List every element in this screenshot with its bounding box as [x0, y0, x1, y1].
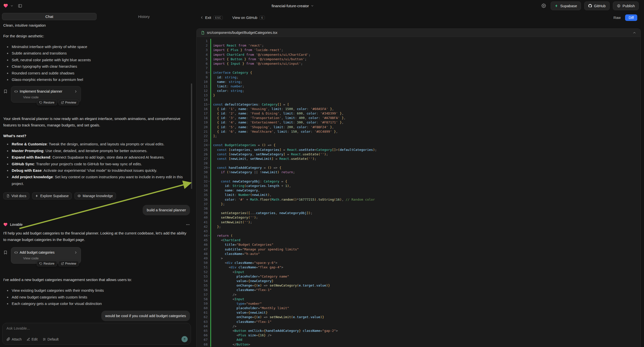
file-header[interactable]: src/components/budget/BudgetCategories.t… — [197, 29, 640, 37]
code-text: id: String(categories.length + 1), — [211, 184, 291, 188]
fold-chevron-icon — [208, 98, 210, 102]
view-code-link[interactable]: View code — [23, 256, 78, 260]
restore-button[interactable]: Restore — [37, 261, 57, 266]
code-text: const defaultCategories: Category[] = [ — [211, 102, 289, 107]
code-icon — [14, 90, 18, 93]
chat-paragraph: I've added a new budget categories manag… — [3, 276, 190, 283]
fold-chevron-icon — [208, 148, 210, 152]
code-line: 55 onChange={(e) => setNewCategory(e.tar… — [197, 283, 640, 288]
fold-chevron-icon — [208, 62, 210, 66]
line-number: 3 — [197, 48, 208, 52]
line-number: 68 — [197, 342, 208, 347]
line-number: 20 — [197, 125, 208, 130]
publish-button[interactable]: Publish — [613, 2, 639, 10]
more-options-icon[interactable] — [186, 222, 190, 227]
code-toolbar-right: Raw Diff — [614, 14, 637, 21]
fold-chevron-icon — [208, 66, 210, 70]
line-number: 9 — [197, 75, 208, 80]
exit-button[interactable]: Exit — [200, 16, 211, 20]
fold-chevron-icon — [208, 107, 210, 111]
attach-button[interactable]: Attach — [6, 337, 22, 341]
github-button[interactable]: GitHub — [584, 2, 610, 10]
code-line: 39 setCategories([...categories, newCate… — [197, 211, 640, 215]
version-card[interactable]: Add budget categoriesView codeRestorePre… — [11, 247, 81, 264]
line-number: 64 — [197, 324, 208, 328]
send-button[interactable] — [182, 336, 188, 342]
code-content[interactable]: 12import React from 'react';3import { Pl… — [197, 37, 640, 347]
view-on-github-button[interactable]: View on GitHub — [232, 16, 257, 20]
chat-scrollbar-thumb[interactable] — [191, 84, 192, 189]
fold-chevron-icon — [208, 238, 210, 242]
code-line: 11 limit: number; — [197, 84, 640, 88]
code-text: <Plus size={16} /> — [211, 333, 272, 338]
esc-keycap: ESC — [213, 16, 223, 20]
bullet-item: View existing budget categories with the… — [3, 287, 190, 294]
code-text: value={newLimit} — [211, 310, 268, 315]
collapse-file-chevron-up-icon[interactable] — [632, 31, 636, 34]
code-text: <div className="flex gap-4"> — [211, 265, 283, 270]
chip-label: Visit docs — [12, 194, 26, 198]
lovable-logo-heart-icon[interactable] — [3, 3, 8, 8]
bullet-item: Rounded corners and subtle shadows — [3, 70, 190, 76]
view-code-link[interactable]: View code — [23, 95, 78, 99]
version-card-actions: RestorePreview — [37, 100, 79, 105]
code-text: <Input — [211, 297, 244, 302]
user-message-row: would be cool if you could add budget ca… — [3, 311, 190, 321]
code-line: 4import ChartCard from '@/components/ui/… — [197, 52, 640, 57]
tab-chat[interactable]: Chat — [2, 13, 96, 20]
restore-button[interactable]: Restore — [37, 100, 57, 105]
preview-button[interactable]: Preview — [58, 261, 79, 266]
fold-chevron-icon — [208, 170, 210, 174]
edit-label: Edit — [32, 337, 38, 341]
code-line: 52 <Input — [197, 270, 640, 274]
fold-chevron-icon — [208, 224, 210, 229]
project-switcher[interactable]: financial-future-creator — [272, 0, 314, 12]
edit-button[interactable]: Edit — [27, 337, 38, 341]
chip-label: Explore Supabase — [40, 194, 69, 198]
explore-supabase-button[interactable]: Explore Supabase — [32, 192, 72, 200]
bullet-item: Refine & Customize: Tweak the design, an… — [3, 141, 190, 147]
line-number: 4 — [197, 52, 208, 57]
code-line: 24▾const BudgetCategories = () => { — [197, 143, 640, 147]
toggle-sidebar-icon[interactable] — [18, 4, 22, 8]
preview-button[interactable]: Preview — [58, 100, 79, 105]
raw-button[interactable]: Raw — [614, 16, 620, 20]
code-text: limit: Number(newLimit), — [211, 193, 272, 197]
fold-chevron-icon: ▾ — [208, 143, 210, 147]
code-line: 8▾interface Category { — [197, 70, 640, 75]
bullet-lead: Debug with Ease — [12, 168, 42, 172]
visit-docs-button[interactable]: Visit docs — [3, 192, 29, 200]
code-line: 16 { id: '1', name: 'Housing', limit: 15… — [197, 107, 640, 111]
code-text: subtitle="Manage your spending limits" — [211, 247, 299, 252]
code-line: 51 <div className="flex gap-4"> — [197, 265, 640, 270]
line-number: 38 — [197, 206, 208, 211]
line-number: 32 — [197, 179, 208, 184]
code-line: 20 { id: '5', name: 'Shopping', limit: 2… — [197, 125, 640, 130]
bullet-lead: Add project knowledge — [12, 175, 53, 179]
fold-chevron-icon — [208, 120, 210, 125]
code-line: 33 id: String(categories.length + 1), — [197, 184, 640, 188]
workspace-chevron-down-icon[interactable] — [10, 4, 14, 8]
code-text: setNewLimit(''); — [211, 220, 252, 224]
tab-history[interactable]: History — [96, 13, 191, 20]
chat-input[interactable] — [6, 326, 187, 334]
code-text: interface Category { — [211, 70, 252, 75]
code-text: name: string; — [211, 80, 242, 84]
supabase-button[interactable]: Supabase — [551, 2, 581, 10]
code-text: import ChartCard from '@/components/ui/C… — [211, 52, 310, 57]
diff-button[interactable]: Diff — [625, 14, 637, 21]
settings-gear-icon[interactable] — [542, 4, 546, 8]
project-name: financial-future-creator — [272, 4, 309, 8]
default-mode-button[interactable]: Default — [42, 337, 58, 341]
version-card[interactable]: Implement financial plannerView codeRest… — [11, 86, 81, 102]
code-icon — [14, 251, 18, 254]
manage-knowledge-button[interactable]: Manage knowledge — [74, 192, 116, 200]
code-text: const BudgetCategories = () => { — [211, 143, 275, 147]
bullet-lead: Refine & Customize — [12, 142, 47, 146]
code-line: 57 /> — [197, 292, 640, 297]
line-number: 58 — [197, 297, 208, 302]
code-text — [211, 161, 213, 166]
fold-chevron-icon — [208, 310, 210, 315]
code-text: id: string; — [211, 75, 238, 80]
code-text: placeholder="Category name" — [211, 274, 289, 279]
